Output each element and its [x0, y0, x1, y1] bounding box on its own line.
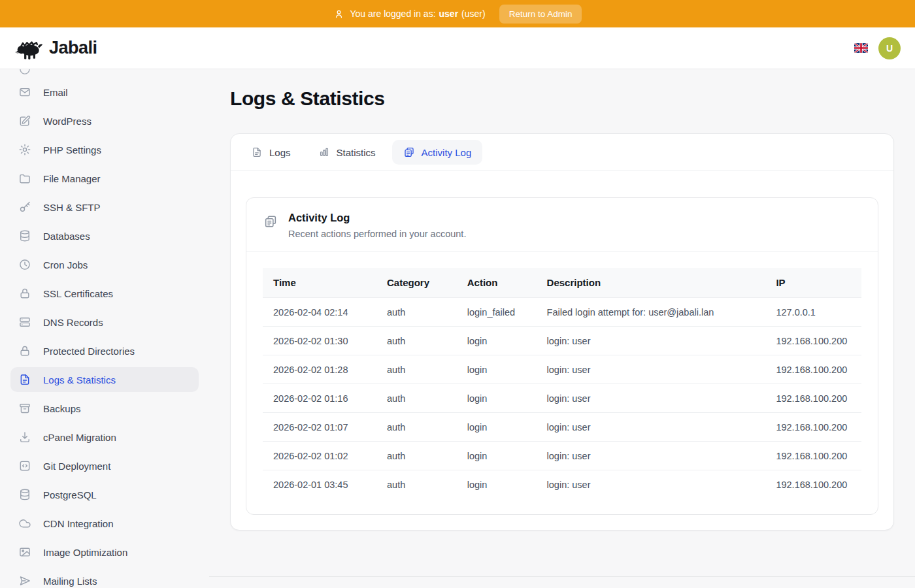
file-text-icon	[18, 373, 31, 386]
key-icon	[18, 201, 31, 214]
sidebar-item-label: Git Deployment	[43, 461, 110, 472]
return-to-admin-button[interactable]: Return to Admin	[499, 5, 582, 24]
cell-description: login: user	[537, 442, 766, 470]
sidebar-item-php-settings[interactable]: PHP Settings	[10, 137, 199, 162]
activity-log-subtitle: Recent actions performed in your account…	[288, 229, 466, 239]
sidebar-nav: Email WordPress PHP Settings File Manage…	[0, 69, 209, 588]
lock-icon	[18, 344, 31, 357]
tab-activity-log[interactable]: Activity Log	[392, 140, 483, 165]
sidebar-item-git-deployment[interactable]: Git Deployment	[10, 453, 199, 478]
folder-icon	[18, 172, 31, 185]
sidebar-item-postgresql[interactable]: PostgreSQL	[10, 482, 199, 507]
activity-log-table: Time Category Action Description IP 2026…	[263, 268, 861, 498]
cell-description: login: user	[537, 355, 766, 384]
sidebar-item-file-manager[interactable]: File Manager	[10, 166, 199, 191]
sidebar-item-cron-jobs[interactable]: Cron Jobs	[10, 252, 199, 277]
cell-ip: 192.168.100.200	[765, 355, 861, 384]
tab-logs[interactable]: Logs	[240, 140, 302, 165]
sidebar-item-label: Protected Directories	[43, 346, 135, 357]
table-row: 2026-02-02 01:16 auth login login: user …	[263, 384, 861, 413]
sidebar-item-logs-statistics[interactable]: Logs & Statistics	[10, 367, 199, 392]
sidebar-item-label: cPanel Migration	[43, 432, 116, 443]
sidebar-item-image-optimization[interactable]: Image Optimization	[10, 540, 199, 564]
sidebar-item-cpanel-migration[interactable]: cPanel Migration	[10, 425, 199, 449]
bar-chart-icon	[318, 146, 330, 158]
server-icon	[18, 316, 31, 329]
sidebar-item-label: DNS Records	[43, 317, 103, 328]
sidebar-item-cdn-integration[interactable]: CDN Integration	[10, 511, 199, 536]
cell-action: login	[457, 413, 537, 442]
sidebar-item-label: Databases	[43, 231, 90, 242]
page-title: Logs & Statistics	[230, 86, 894, 111]
sidebar-item-protected-directories[interactable]: Protected Directories	[10, 338, 199, 363]
section-divider	[209, 576, 915, 577]
table-row: 2026-02-02 01:30 auth login login: user …	[263, 327, 861, 355]
edit-icon	[18, 114, 31, 127]
sidebar-item-label: SSL Certificates	[43, 288, 113, 299]
brand-logo[interactable]: Jabali	[14, 37, 97, 60]
gear-icon	[18, 143, 31, 156]
main-content: Logs & Statistics Logs Statistics Activi…	[209, 69, 915, 588]
table-row: 2026-02-02 01:28 auth login login: user …	[263, 355, 861, 384]
tab-label: Logs	[269, 147, 291, 158]
cell-action: login	[457, 327, 537, 355]
archive-icon	[18, 402, 31, 415]
table-row: 2026-02-02 01:02 auth login login: user …	[263, 442, 861, 470]
image-icon	[18, 546, 31, 559]
sidebar-item-databases[interactable]: Databases	[10, 223, 199, 248]
mail-icon	[18, 86, 31, 99]
sidebar-item-label: Image Optimization	[43, 547, 127, 558]
sidebar-item-label: Mailing Lists	[43, 576, 97, 587]
sidebar-item-label: PostgreSQL	[43, 489, 97, 500]
cell-action: login_failed	[457, 298, 537, 327]
sidebar-item-partially-scrolled	[10, 69, 199, 77]
column-header-category: Category	[376, 268, 457, 298]
activity-log-card-header: Activity Log Recent actions performed in…	[246, 198, 878, 252]
cell-category: auth	[376, 470, 457, 499]
sidebar-item-label: Backups	[43, 403, 81, 414]
clipboard-icon	[263, 214, 278, 229]
cell-action: login	[457, 355, 537, 384]
sidebar-item-label: WordPress	[43, 116, 92, 127]
tab-label: Statistics	[337, 147, 376, 158]
cell-time: 2026-02-01 03:45	[263, 470, 376, 499]
cell-action: login	[457, 442, 537, 470]
clipboard-icon	[403, 146, 415, 158]
activity-log-table-wrap: Time Category Action Description IP 2026…	[246, 252, 878, 514]
sidebar-item-ssl-certificates[interactable]: SSL Certificates	[10, 281, 199, 306]
sidebar-item-wordpress[interactable]: WordPress	[10, 108, 199, 133]
code-icon	[18, 459, 31, 472]
logged-in-username: user	[439, 8, 459, 19]
cell-time: 2026-02-02 01:28	[263, 355, 376, 384]
cell-category: auth	[376, 298, 457, 327]
user-avatar[interactable]: U	[878, 37, 901, 59]
logs-statistics-card: Logs Statistics Activity Log Activity	[230, 133, 894, 531]
sidebar-item-mailing-lists[interactable]: Mailing Lists	[10, 568, 199, 588]
sidebar-item-label: Email	[43, 87, 68, 98]
sidebar-item-backups[interactable]: Backups	[10, 396, 199, 421]
cell-description: login: user	[537, 384, 766, 413]
column-header-time: Time	[263, 268, 376, 298]
cell-description: Failed login attempt for: user@jabali.la…	[537, 298, 766, 327]
cloud-icon	[18, 517, 31, 530]
cell-ip: 192.168.100.200	[765, 384, 861, 413]
cell-time: 2026-02-04 02:14	[263, 298, 376, 327]
logged-in-role: (user)	[461, 8, 486, 19]
sidebar-item-dns-records[interactable]: DNS Records	[10, 310, 199, 335]
sidebar-item-label: Logs & Statistics	[43, 374, 116, 385]
tab-statistics[interactable]: Statistics	[307, 140, 387, 165]
cell-time: 2026-02-02 01:30	[263, 327, 376, 355]
cell-time: 2026-02-02 01:02	[263, 442, 376, 470]
database-icon	[18, 488, 31, 501]
partial-circle-icon	[18, 69, 31, 76]
database-icon	[18, 229, 31, 242]
sidebar-item-email[interactable]: Email	[10, 80, 199, 105]
uk-flag-icon[interactable]	[854, 43, 868, 53]
column-header-description: Description	[537, 268, 766, 298]
app-header: Jabali U	[0, 27, 915, 69]
cell-category: auth	[376, 327, 457, 355]
table-row: 2026-02-02 01:07 auth login login: user …	[263, 413, 861, 442]
lock-icon	[18, 287, 31, 300]
sidebar-item-ssh-sftp[interactable]: SSH & SFTP	[10, 195, 199, 220]
sidebar-item-label: CDN Integration	[43, 518, 114, 529]
